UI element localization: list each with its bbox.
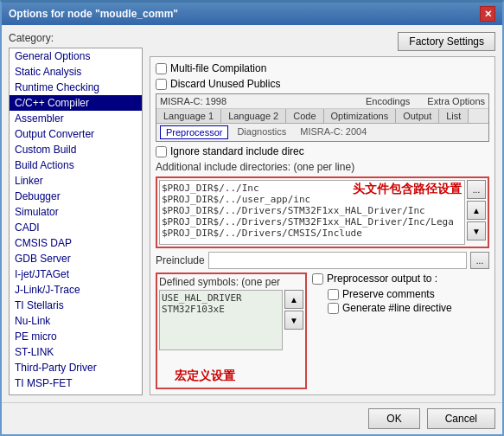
dialog-footer: OK Cancel <box>2 402 502 434</box>
preprocessor-subtab-area: Preprocessor Diagnostics MISRA-C: 2004 <box>156 124 488 141</box>
include-dirs-container: $PROJ_DIR$/../Inc $PROJ_DIR$/../user_app… <box>156 176 489 248</box>
right-panel: Factory Settings Multi-file Compilation … <box>150 32 495 395</box>
preserve-comments-checkbox[interactable] <box>328 289 339 300</box>
preinclude-row: Preinclude ... <box>156 252 489 269</box>
close-button[interactable]: ✕ <box>480 6 495 22</box>
preserve-comments-label: Preserve comments <box>342 288 435 300</box>
sidebar-item-build-actions[interactable]: Build Actions <box>10 157 142 173</box>
extra-options-label: Extra Options <box>427 96 485 106</box>
sidebar-item-nu-link[interactable]: Nu-Link <box>10 313 142 329</box>
dialog-title: Options for node "moudle_comm" <box>9 8 178 20</box>
include-up-button[interactable]: ▲ <box>467 201 486 220</box>
defined-symbols-label: Defined symbols: (one per <box>159 276 303 288</box>
sidebar-item-ti-msp-fet[interactable]: TI MSP-FET <box>10 375 142 391</box>
preprocessor-output-label: Preprocessor output to : <box>327 272 437 285</box>
encodings-label: Encodings <box>366 96 410 106</box>
generate-hash-checkbox[interactable] <box>328 303 339 314</box>
sidebar-item-ti-stellaris[interactable]: TI Stellaris <box>10 298 142 313</box>
include-browse-button[interactable]: ... <box>467 180 486 199</box>
sidebar-item-assembler[interactable]: Assembler <box>10 111 142 126</box>
options-area: Multi-file Compilation Discard Unused Pu… <box>150 56 495 395</box>
include-dirs-label: Additional include directories: (one per… <box>156 161 489 173</box>
subtab-preprocessor[interactable]: Preprocessor <box>160 125 228 139</box>
ignore-standard-label: Ignore standard include direc <box>170 145 304 157</box>
preinclude-input[interactable] <box>208 252 467 269</box>
category-label: Category: <box>9 32 143 44</box>
dialog-body: Category: General Options Static Analysi… <box>2 25 502 402</box>
subtab-diagnostics[interactable]: Diagnostics <box>232 125 291 139</box>
tab-language1[interactable]: Language 1 <box>156 109 221 123</box>
bottom-section: Defined symbols: (one per USE_HAL_DRIVER… <box>156 272 489 389</box>
factory-settings-button[interactable]: Factory Settings <box>398 32 495 51</box>
sidebar-item-linker[interactable]: Linker <box>10 173 142 189</box>
multi-file-checkbox[interactable] <box>156 63 167 74</box>
sidebar-item-cmsis-dap[interactable]: CMSIS DAP <box>10 235 142 251</box>
preprocessor-output-row: Preprocessor output to : <box>312 272 489 285</box>
sidebar-item-output-converter[interactable]: Output Converter <box>10 126 142 142</box>
sidebar-item-debugger[interactable]: Debugger <box>10 189 142 204</box>
misra-tabs-container: MISRA-C: 1998 Encodings Extra Options La… <box>156 93 489 142</box>
sidebar-item-runtime-checking[interactable]: Runtime Checking <box>10 80 142 95</box>
multi-file-label: Multi-file Compilation <box>170 62 266 74</box>
include-dirs-textarea[interactable]: $PROJ_DIR$/../Inc $PROJ_DIR$/../user_app… <box>159 180 465 245</box>
misra-top-row: MISRA-C: 1998 Encodings Extra Options <box>156 94 488 109</box>
tab-language2[interactable]: Language 2 <box>221 109 286 123</box>
tab-code[interactable]: Code <box>286 109 323 123</box>
tab-list[interactable]: List <box>439 109 469 123</box>
sidebar-item-gdb-server[interactable]: GDB Server <box>10 251 142 266</box>
tab-optimizations[interactable]: Optimizations <box>324 109 397 123</box>
subtabs-row: Preprocessor Diagnostics MISRA-C: 2004 <box>160 125 485 139</box>
defined-symbols-inner: USE_HAL_DRIVER STM32F103xE ▲ ▼ <box>159 290 303 386</box>
preprocessor-output-checkbox[interactable] <box>312 273 323 285</box>
category-list: General Options Static Analysis Runtime … <box>9 48 143 395</box>
multi-file-row: Multi-file Compilation <box>156 62 489 74</box>
generate-hash-row: Generate #line directive <box>328 302 489 314</box>
title-bar: Options for node "moudle_comm" ✕ <box>2 3 502 25</box>
discard-unused-checkbox[interactable] <box>156 79 167 90</box>
sidebar-item-jlink[interactable]: J-Link/J-Trace <box>10 282 142 298</box>
sidebar-item-simulator[interactable]: Simulator <box>10 204 142 220</box>
discard-unused-row: Discard Unused Publics <box>156 78 489 90</box>
ok-button[interactable]: OK <box>368 408 419 429</box>
misra-header: MISRA-C: 1998 <box>160 96 226 106</box>
generate-hash-label: Generate #line directive <box>342 302 452 314</box>
symbols-side-buttons: ▲ ▼ <box>284 290 303 386</box>
pp-checkboxes: Preserve comments Generate #line directi… <box>312 288 489 314</box>
discard-unused-label: Discard Unused Publics <box>170 78 280 90</box>
category-panel: Category: General Options Static Analysi… <box>9 32 143 395</box>
defined-symbols-textarea[interactable]: USE_HAL_DRIVER STM32F103xE <box>159 290 283 350</box>
sidebar-item-st-link[interactable]: ST-LINK <box>10 344 142 360</box>
symbols-down-button[interactable]: ▼ <box>284 311 303 330</box>
sidebar-item-third-party[interactable]: Third-Party Driver <box>10 360 142 375</box>
ignore-standard-row: Ignore standard include direc <box>156 145 489 157</box>
sidebar-item-static-analysis[interactable]: Static Analysis <box>10 64 142 80</box>
ignore-standard-checkbox[interactable] <box>156 146 167 157</box>
cancel-button[interactable]: Cancel <box>427 408 495 429</box>
tab-output[interactable]: Output <box>396 109 439 123</box>
include-down-button[interactable]: ▼ <box>467 221 486 240</box>
subtab-misra2004[interactable]: MISRA-C: 2004 <box>295 125 372 139</box>
include-side-buttons: ... ▲ ▼ <box>467 180 486 245</box>
sidebar-item-pe-micro[interactable]: PE micro <box>10 329 142 344</box>
defined-symbols-container: Defined symbols: (one per USE_HAL_DRIVER… <box>156 272 307 389</box>
sidebar-item-cpp-compiler[interactable]: C/C++ Compiler <box>10 95 142 111</box>
preinclude-browse-button[interactable]: ... <box>470 252 489 269</box>
preserve-comments-row: Preserve comments <box>328 288 489 300</box>
sidebar-item-i-jet[interactable]: I-jet/JTAGet <box>10 266 142 282</box>
sidebar-item-custom-build[interactable]: Custom Build <box>10 142 142 157</box>
preprocessor-output-section: Preprocessor output to : Preserve commen… <box>312 272 489 389</box>
sidebar-item-ti-xds[interactable]: TI XDS <box>10 391 142 395</box>
options-dialog: Options for node "moudle_comm" ✕ Categor… <box>0 0 504 436</box>
sidebar-item-cadi[interactable]: CADI <box>10 220 142 235</box>
preinclude-label: Preinclude <box>156 254 205 266</box>
symbols-up-button[interactable]: ▲ <box>284 290 303 309</box>
sidebar-item-general-options[interactable]: General Options <box>10 48 142 64</box>
main-tabs-row: Language 1 Language 2 Code Optimizations… <box>156 109 488 124</box>
